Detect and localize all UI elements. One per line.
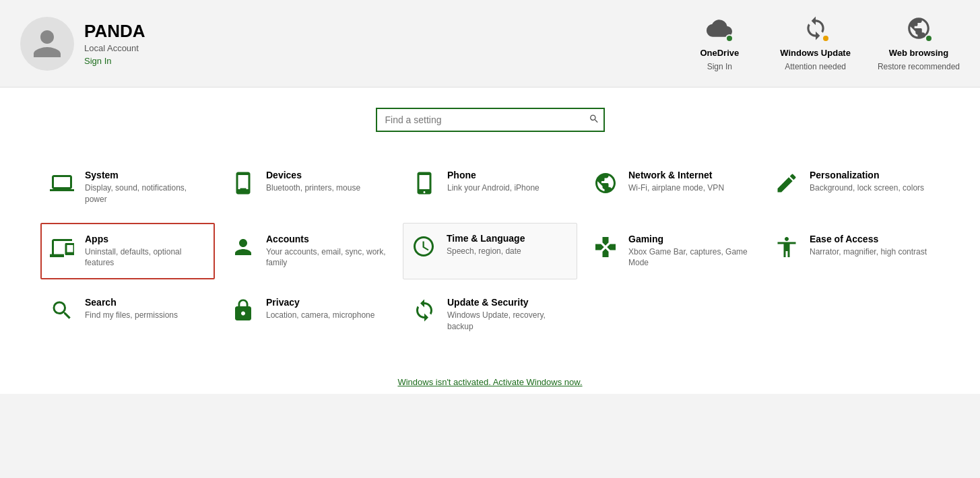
phone-title: Phone <box>447 170 540 180</box>
sign-in-link[interactable]: Sign In <box>84 56 145 66</box>
privacy-icon <box>230 297 257 324</box>
setting-item-personalization[interactable]: Personalization Background, lock screen,… <box>765 159 940 216</box>
update-security-icon <box>411 297 438 324</box>
user-type: Local Account <box>84 43 145 53</box>
phone-text: Phone Link your Android, iPhone <box>447 170 540 194</box>
avatar <box>20 17 74 71</box>
privacy-desc: Location, camera, microphone <box>266 310 374 321</box>
personalization-icon <box>773 170 800 197</box>
privacy-title: Privacy <box>266 297 374 308</box>
ease-of-access-text: Ease of Access Narrator, magnifier, high… <box>810 234 927 258</box>
time-language-desc: Speech, region, date <box>447 246 525 257</box>
search-text: Search Find my files, permissions <box>85 297 178 321</box>
update-security-text: Update & Security Windows Update, recove… <box>447 297 569 333</box>
setting-item-phone[interactable]: Phone Link your Android, iPhone <box>403 159 577 216</box>
gaming-text: Gaming Xbox Game Bar, captures, Game Mod… <box>628 234 750 269</box>
devices-desc: Bluetooth, printers, mouse <box>266 182 360 194</box>
personalization-desc: Background, lock screen, colors <box>810 182 924 194</box>
web-browsing-icon-wrapper <box>905 15 933 44</box>
search-button[interactable] <box>589 114 599 127</box>
svg-rect-0 <box>240 189 247 191</box>
main-content: System Display, sound, notifications, po… <box>0 145 980 357</box>
windows-update-icon-wrapper <box>802 15 830 44</box>
windows-update-sublabel: Attention needed <box>785 62 846 71</box>
gaming-desc: Xbox Game Bar, captures, Game Mode <box>628 246 750 269</box>
time-language-text: Time & Language Speech, region, date <box>447 233 525 257</box>
setting-item-privacy[interactable]: Privacy Location, camera, microphone <box>222 286 396 343</box>
privacy-text: Privacy Location, camera, microphone <box>266 297 374 321</box>
web-browsing-label: Web browsing <box>889 48 949 58</box>
setting-item-accounts[interactable]: Accounts Your accounts, email, sync, wor… <box>222 223 396 280</box>
setting-item-devices[interactable]: Devices Bluetooth, printers, mouse <box>222 159 396 216</box>
apps-title: Apps <box>85 234 207 244</box>
phone-desc: Link your Android, iPhone <box>447 182 540 194</box>
personalization-text: Personalization Background, lock screen,… <box>810 170 924 194</box>
onedrive-status-dot <box>725 34 733 42</box>
windows-update-label: Windows Update <box>780 48 851 58</box>
onedrive-label: OneDrive <box>700 48 739 58</box>
time-language-title: Time & Language <box>447 233 525 244</box>
system-icon <box>48 170 75 197</box>
time-language-icon <box>410 233 437 260</box>
onedrive-icon-item[interactable]: OneDrive Sign In <box>686 15 753 71</box>
apps-icon <box>48 234 75 261</box>
network-icon <box>592 170 619 197</box>
setting-item-system[interactable]: System Display, sound, notifications, po… <box>40 159 215 216</box>
network-title: Network & Internet <box>628 170 724 180</box>
web-browsing-icon-item[interactable]: Web browsing Restore recommended <box>878 15 960 71</box>
gaming-icon <box>592 234 619 261</box>
apps-desc: Uninstall, defaults, optional features <box>85 246 207 269</box>
web-browsing-status-dot <box>925 34 933 42</box>
gaming-title: Gaming <box>628 234 750 244</box>
accounts-title: Accounts <box>266 234 388 244</box>
devices-text: Devices Bluetooth, printers, mouse <box>266 170 360 194</box>
system-text: System Display, sound, notifications, po… <box>85 170 207 205</box>
phone-icon <box>411 170 438 197</box>
accounts-desc: Your accounts, email, sync, work, family <box>266 246 388 269</box>
system-desc: Display, sound, notifications, power <box>85 182 207 205</box>
personalization-title: Personalization <box>810 170 924 180</box>
header: PANDA Local Account Sign In OneDrive Sig… <box>0 0 980 88</box>
update-security-title: Update & Security <box>447 297 569 308</box>
user-section: PANDA Local Account Sign In <box>20 17 686 71</box>
apps-text: Apps Uninstall, defaults, optional featu… <box>85 234 207 269</box>
search-box <box>376 108 605 132</box>
update-security-desc: Windows Update, recovery, backup <box>447 310 569 333</box>
search-desc: Find my files, permissions <box>85 310 178 321</box>
web-browsing-sublabel: Restore recommended <box>878 62 960 71</box>
setting-item-search[interactable]: Search Find my files, permissions <box>40 286 215 343</box>
accounts-icon <box>230 234 257 261</box>
search-section <box>0 88 980 145</box>
accounts-text: Accounts Your accounts, email, sync, wor… <box>266 234 388 269</box>
devices-title: Devices <box>266 170 360 180</box>
setting-item-network[interactable]: Network & Internet Wi-Fi, airplane mode,… <box>584 159 758 216</box>
windows-update-status-dot <box>822 34 830 42</box>
activate-windows-link[interactable]: Windows isn't activated. Activate Window… <box>0 357 980 394</box>
network-text: Network & Internet Wi-Fi, airplane mode,… <box>628 170 724 194</box>
search-input[interactable] <box>376 108 605 132</box>
setting-item-time-language[interactable]: Time & Language Speech, region, date <box>403 223 577 280</box>
header-icons: OneDrive Sign In Windows Update Attentio… <box>686 15 960 71</box>
setting-item-apps[interactable]: Apps Uninstall, defaults, optional featu… <box>40 223 215 280</box>
devices-icon <box>230 170 257 197</box>
user-name: PANDA <box>84 21 145 42</box>
setting-item-gaming[interactable]: Gaming Xbox Game Bar, captures, Game Mod… <box>584 223 758 280</box>
onedrive-sublabel: Sign In <box>707 62 732 71</box>
ease-of-access-title: Ease of Access <box>810 234 927 244</box>
ease-of-access-icon <box>773 234 800 261</box>
network-desc: Wi-Fi, airplane mode, VPN <box>628 182 724 194</box>
search-icon <box>589 114 599 125</box>
user-info: PANDA Local Account Sign In <box>84 21 145 66</box>
system-title: System <box>85 170 207 180</box>
settings-grid: System Display, sound, notifications, po… <box>40 159 940 343</box>
search-icon <box>48 297 75 324</box>
setting-item-update-security[interactable]: Update & Security Windows Update, recove… <box>403 286 577 343</box>
search-title: Search <box>85 297 178 308</box>
onedrive-icon-wrapper <box>705 15 733 44</box>
windows-update-icon-item[interactable]: Windows Update Attention needed <box>780 15 851 71</box>
setting-item-ease-of-access[interactable]: Ease of Access Narrator, magnifier, high… <box>765 223 940 280</box>
ease-of-access-desc: Narrator, magnifier, high contrast <box>810 246 927 258</box>
